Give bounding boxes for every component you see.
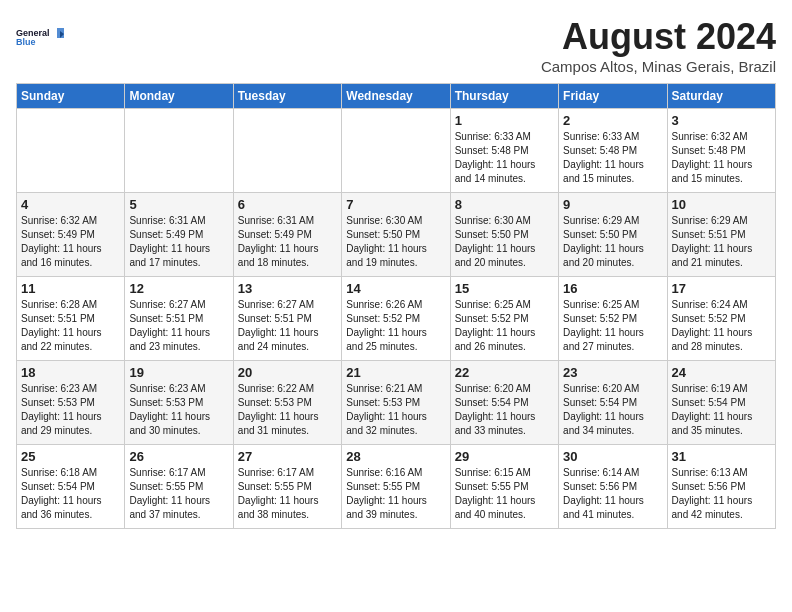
day-number: 20 (238, 365, 337, 380)
day-number: 6 (238, 197, 337, 212)
day-number: 4 (21, 197, 120, 212)
day-info: Sunrise: 6:23 AM Sunset: 5:53 PM Dayligh… (129, 382, 228, 438)
day-number: 24 (672, 365, 771, 380)
day-number: 25 (21, 449, 120, 464)
day-info: Sunrise: 6:31 AM Sunset: 5:49 PM Dayligh… (129, 214, 228, 270)
col-header-wednesday: Wednesday (342, 84, 450, 109)
col-header-monday: Monday (125, 84, 233, 109)
day-cell: 17Sunrise: 6:24 AM Sunset: 5:52 PM Dayli… (667, 277, 775, 361)
title-block: August 2024 Campos Altos, Minas Gerais, … (541, 16, 776, 75)
day-number: 27 (238, 449, 337, 464)
day-number: 14 (346, 281, 445, 296)
day-cell: 28Sunrise: 6:16 AM Sunset: 5:55 PM Dayli… (342, 445, 450, 529)
day-number: 9 (563, 197, 662, 212)
day-info: Sunrise: 6:30 AM Sunset: 5:50 PM Dayligh… (346, 214, 445, 270)
day-cell: 3Sunrise: 6:32 AM Sunset: 5:48 PM Daylig… (667, 109, 775, 193)
col-header-tuesday: Tuesday (233, 84, 341, 109)
day-cell: 12Sunrise: 6:27 AM Sunset: 5:51 PM Dayli… (125, 277, 233, 361)
col-header-friday: Friday (559, 84, 667, 109)
day-info: Sunrise: 6:15 AM Sunset: 5:55 PM Dayligh… (455, 466, 554, 522)
day-cell: 22Sunrise: 6:20 AM Sunset: 5:54 PM Dayli… (450, 361, 558, 445)
day-cell: 11Sunrise: 6:28 AM Sunset: 5:51 PM Dayli… (17, 277, 125, 361)
day-cell: 31Sunrise: 6:13 AM Sunset: 5:56 PM Dayli… (667, 445, 775, 529)
day-cell: 7Sunrise: 6:30 AM Sunset: 5:50 PM Daylig… (342, 193, 450, 277)
day-cell: 13Sunrise: 6:27 AM Sunset: 5:51 PM Dayli… (233, 277, 341, 361)
day-cell: 5Sunrise: 6:31 AM Sunset: 5:49 PM Daylig… (125, 193, 233, 277)
month-year: August 2024 (541, 16, 776, 58)
day-number: 11 (21, 281, 120, 296)
day-info: Sunrise: 6:20 AM Sunset: 5:54 PM Dayligh… (563, 382, 662, 438)
day-number: 28 (346, 449, 445, 464)
day-info: Sunrise: 6:25 AM Sunset: 5:52 PM Dayligh… (563, 298, 662, 354)
day-info: Sunrise: 6:17 AM Sunset: 5:55 PM Dayligh… (129, 466, 228, 522)
day-info: Sunrise: 6:17 AM Sunset: 5:55 PM Dayligh… (238, 466, 337, 522)
day-cell: 21Sunrise: 6:21 AM Sunset: 5:53 PM Dayli… (342, 361, 450, 445)
calendar-table: SundayMondayTuesdayWednesdayThursdayFrid… (16, 83, 776, 529)
day-info: Sunrise: 6:33 AM Sunset: 5:48 PM Dayligh… (563, 130, 662, 186)
day-number: 21 (346, 365, 445, 380)
day-number: 7 (346, 197, 445, 212)
week-row-1: 1Sunrise: 6:33 AM Sunset: 5:48 PM Daylig… (17, 109, 776, 193)
header-row: SundayMondayTuesdayWednesdayThursdayFrid… (17, 84, 776, 109)
day-number: 31 (672, 449, 771, 464)
day-info: Sunrise: 6:32 AM Sunset: 5:48 PM Dayligh… (672, 130, 771, 186)
day-info: Sunrise: 6:22 AM Sunset: 5:53 PM Dayligh… (238, 382, 337, 438)
day-cell (342, 109, 450, 193)
day-info: Sunrise: 6:24 AM Sunset: 5:52 PM Dayligh… (672, 298, 771, 354)
svg-text:General: General (16, 28, 50, 38)
day-cell: 30Sunrise: 6:14 AM Sunset: 5:56 PM Dayli… (559, 445, 667, 529)
week-row-2: 4Sunrise: 6:32 AM Sunset: 5:49 PM Daylig… (17, 193, 776, 277)
day-cell: 4Sunrise: 6:32 AM Sunset: 5:49 PM Daylig… (17, 193, 125, 277)
day-info: Sunrise: 6:23 AM Sunset: 5:53 PM Dayligh… (21, 382, 120, 438)
day-cell: 6Sunrise: 6:31 AM Sunset: 5:49 PM Daylig… (233, 193, 341, 277)
day-cell: 18Sunrise: 6:23 AM Sunset: 5:53 PM Dayli… (17, 361, 125, 445)
day-info: Sunrise: 6:20 AM Sunset: 5:54 PM Dayligh… (455, 382, 554, 438)
svg-text:Blue: Blue (16, 37, 36, 47)
day-number: 1 (455, 113, 554, 128)
day-number: 15 (455, 281, 554, 296)
day-info: Sunrise: 6:29 AM Sunset: 5:50 PM Dayligh… (563, 214, 662, 270)
day-info: Sunrise: 6:27 AM Sunset: 5:51 PM Dayligh… (238, 298, 337, 354)
day-cell: 29Sunrise: 6:15 AM Sunset: 5:55 PM Dayli… (450, 445, 558, 529)
day-info: Sunrise: 6:29 AM Sunset: 5:51 PM Dayligh… (672, 214, 771, 270)
logo-svg: General Blue (16, 16, 66, 60)
day-cell: 24Sunrise: 6:19 AM Sunset: 5:54 PM Dayli… (667, 361, 775, 445)
day-number: 13 (238, 281, 337, 296)
day-info: Sunrise: 6:18 AM Sunset: 5:54 PM Dayligh… (21, 466, 120, 522)
day-cell: 20Sunrise: 6:22 AM Sunset: 5:53 PM Dayli… (233, 361, 341, 445)
day-info: Sunrise: 6:25 AM Sunset: 5:52 PM Dayligh… (455, 298, 554, 354)
day-info: Sunrise: 6:27 AM Sunset: 5:51 PM Dayligh… (129, 298, 228, 354)
week-row-5: 25Sunrise: 6:18 AM Sunset: 5:54 PM Dayli… (17, 445, 776, 529)
week-row-4: 18Sunrise: 6:23 AM Sunset: 5:53 PM Dayli… (17, 361, 776, 445)
day-number: 2 (563, 113, 662, 128)
day-cell (125, 109, 233, 193)
day-number: 17 (672, 281, 771, 296)
day-info: Sunrise: 6:14 AM Sunset: 5:56 PM Dayligh… (563, 466, 662, 522)
day-cell: 14Sunrise: 6:26 AM Sunset: 5:52 PM Dayli… (342, 277, 450, 361)
location: Campos Altos, Minas Gerais, Brazil (541, 58, 776, 75)
day-number: 19 (129, 365, 228, 380)
day-info: Sunrise: 6:21 AM Sunset: 5:53 PM Dayligh… (346, 382, 445, 438)
day-cell: 27Sunrise: 6:17 AM Sunset: 5:55 PM Dayli… (233, 445, 341, 529)
week-row-3: 11Sunrise: 6:28 AM Sunset: 5:51 PM Dayli… (17, 277, 776, 361)
day-number: 16 (563, 281, 662, 296)
day-cell: 19Sunrise: 6:23 AM Sunset: 5:53 PM Dayli… (125, 361, 233, 445)
day-info: Sunrise: 6:19 AM Sunset: 5:54 PM Dayligh… (672, 382, 771, 438)
day-info: Sunrise: 6:30 AM Sunset: 5:50 PM Dayligh… (455, 214, 554, 270)
day-number: 18 (21, 365, 120, 380)
day-info: Sunrise: 6:31 AM Sunset: 5:49 PM Dayligh… (238, 214, 337, 270)
day-cell: 10Sunrise: 6:29 AM Sunset: 5:51 PM Dayli… (667, 193, 775, 277)
day-cell: 1Sunrise: 6:33 AM Sunset: 5:48 PM Daylig… (450, 109, 558, 193)
day-info: Sunrise: 6:13 AM Sunset: 5:56 PM Dayligh… (672, 466, 771, 522)
col-header-saturday: Saturday (667, 84, 775, 109)
day-number: 22 (455, 365, 554, 380)
day-cell: 25Sunrise: 6:18 AM Sunset: 5:54 PM Dayli… (17, 445, 125, 529)
day-info: Sunrise: 6:26 AM Sunset: 5:52 PM Dayligh… (346, 298, 445, 354)
day-cell (233, 109, 341, 193)
day-cell: 8Sunrise: 6:30 AM Sunset: 5:50 PM Daylig… (450, 193, 558, 277)
day-number: 12 (129, 281, 228, 296)
day-number: 26 (129, 449, 228, 464)
col-header-thursday: Thursday (450, 84, 558, 109)
day-cell: 2Sunrise: 6:33 AM Sunset: 5:48 PM Daylig… (559, 109, 667, 193)
day-info: Sunrise: 6:33 AM Sunset: 5:48 PM Dayligh… (455, 130, 554, 186)
